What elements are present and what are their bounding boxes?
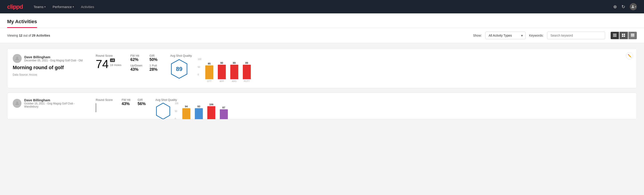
nav-performance[interactable]: Performance ▾	[53, 3, 74, 10]
bar-chart-1: 10050085OTT90APP89ARG89PUTT	[197, 58, 251, 82]
svg-point-14	[16, 101, 18, 103]
gir-label-2: GIR	[138, 98, 146, 102]
gir-value: 50%	[150, 57, 161, 62]
viewing-total: 29	[32, 34, 36, 37]
list-dense-view-button[interactable]	[610, 32, 619, 39]
activity-card-2: Dave Billingham October 16, 2021 - Gog M…	[7, 92, 637, 119]
updown-value: 43%	[130, 67, 142, 72]
user-date-1: December 05, 2021 - Gog Magog Golf Club …	[24, 59, 82, 62]
svg-rect-8	[624, 36, 625, 37]
svg-rect-1	[613, 34, 616, 34]
list-full-view-button[interactable]	[628, 32, 637, 39]
page-header: My Activities	[0, 14, 644, 28]
card-left-2: Dave Billingham October 16, 2021 - Gog M…	[13, 98, 88, 110]
activity-card-1: ✏️ Dave Billingham December 05, 2021 - G…	[7, 48, 637, 88]
view-toggle	[610, 32, 637, 39]
teams-chevron-icon: ▾	[44, 6, 46, 8]
card-stats-2: Round Score FW Hit 43% GIR 56% Avg	[96, 98, 631, 119]
user-avatar[interactable]: ▾	[630, 3, 637, 10]
user-date-2: October 16, 2021 - Gog Magog Golf Club -…	[24, 102, 88, 108]
quality-section-1: Avg Shot Quality 89 10050085OTT90APP89AR…	[170, 54, 251, 82]
svg-point-12	[16, 57, 18, 59]
svg-rect-2	[613, 34, 616, 35]
data-source-1: Data Source: Arccos	[13, 73, 88, 76]
svg-rect-9	[631, 34, 634, 34]
viewing-count: 12	[19, 34, 22, 37]
performance-chevron-icon: ▾	[73, 6, 74, 8]
round-score-group: Round Score 74 +4 18 Holes	[96, 54, 122, 70]
main-content: ✏️ Dave Billingham December 05, 2021 - G…	[0, 43, 644, 129]
avg-shot-label-2: Avg Shot Quality	[155, 98, 177, 102]
user-avatar-1	[13, 54, 22, 63]
gir-label: GIR	[150, 54, 161, 57]
card-stats-1: Round Score 74 +4 18 Holes FW Hit 62%	[96, 54, 631, 82]
activity-title-1: Morning round of golf	[13, 65, 88, 70]
user-name-1: Dave Billingham	[24, 55, 82, 59]
one-putt-value: 28%	[150, 67, 161, 72]
score-value: 74	[96, 58, 109, 70]
search-input[interactable]	[547, 32, 605, 39]
fw-hit-value-2: 43%	[122, 102, 130, 106]
viewing-text: Viewing 12 out of 29 Activities	[7, 34, 470, 37]
svg-rect-10	[631, 35, 634, 36]
card-user-1: Dave Billingham December 05, 2021 - Gog …	[13, 54, 88, 63]
svg-rect-11	[631, 36, 634, 37]
hexagon-score-1: 89	[170, 59, 188, 79]
fw-hit-label-2: FW Hit	[122, 98, 130, 102]
gir-value-2: 56%	[138, 102, 146, 106]
svg-marker-15	[156, 103, 170, 119]
score-dash-2	[96, 103, 96, 112]
keywords-label: Keywords:	[529, 34, 544, 37]
svg-rect-6	[624, 34, 625, 35]
activity-type-select[interactable]: All Activity Types	[485, 32, 526, 39]
edit-button-1[interactable]: ✏️	[626, 52, 633, 59]
activity-type-wrapper: All Activity Types	[485, 32, 526, 39]
fw-hit-value: 62%	[130, 57, 142, 62]
svg-rect-7	[622, 36, 623, 37]
page-title: My Activities	[7, 14, 37, 28]
user-name-2: Dave Billingham	[24, 98, 88, 102]
nav-icons: ⊕ ↻ ▾	[613, 3, 637, 10]
avg-shot-label: Avg Shot Quality	[170, 54, 192, 57]
svg-rect-4	[613, 36, 616, 37]
quality-section-2: Avg Shot Quality 10050094OTT93APP106ARG8…	[155, 98, 228, 119]
logo[interactable]: clippd	[7, 3, 23, 10]
one-putt-label: 1 Putt	[150, 64, 161, 67]
navbar: clippd Teams ▾ Performance ▾ Activities …	[0, 0, 644, 14]
round-score-label: Round Score	[96, 54, 122, 57]
svg-point-0	[632, 5, 634, 7]
nav-teams[interactable]: Teams ▾	[34, 3, 46, 10]
hex-placeholder-2	[155, 103, 171, 119]
bar-chart-2: 10050094OTT93APP106ARG87PUTT	[182, 102, 228, 119]
svg-rect-3	[613, 36, 616, 36]
secondary-stats-group: FW Hit 62% GIR 50% Up/Down 43% 1 Putt 28…	[130, 54, 161, 72]
nav-activities[interactable]: Activities	[81, 3, 94, 10]
card-user-2: Dave Billingham October 16, 2021 - Gog M…	[13, 98, 88, 108]
updown-label: Up/Down	[130, 64, 142, 67]
score-badge: +4	[110, 58, 115, 62]
round-score-label-2: Round Score	[96, 98, 113, 102]
svg-rect-5	[622, 34, 623, 35]
grid-view-button[interactable]	[620, 32, 628, 39]
holes: 18 Holes	[110, 63, 122, 67]
refresh-icon[interactable]: ↻	[622, 4, 625, 9]
add-icon[interactable]: ⊕	[613, 4, 617, 9]
show-label: Show:	[473, 34, 482, 37]
card-left-1: Dave Billingham December 05, 2021 - Gog …	[13, 54, 88, 76]
filter-bar: Viewing 12 out of 29 Activities Show: Al…	[0, 28, 644, 43]
hex-score: 89	[176, 66, 182, 72]
user-avatar-2	[13, 99, 22, 108]
fw-hit-label: FW Hit	[130, 54, 142, 57]
